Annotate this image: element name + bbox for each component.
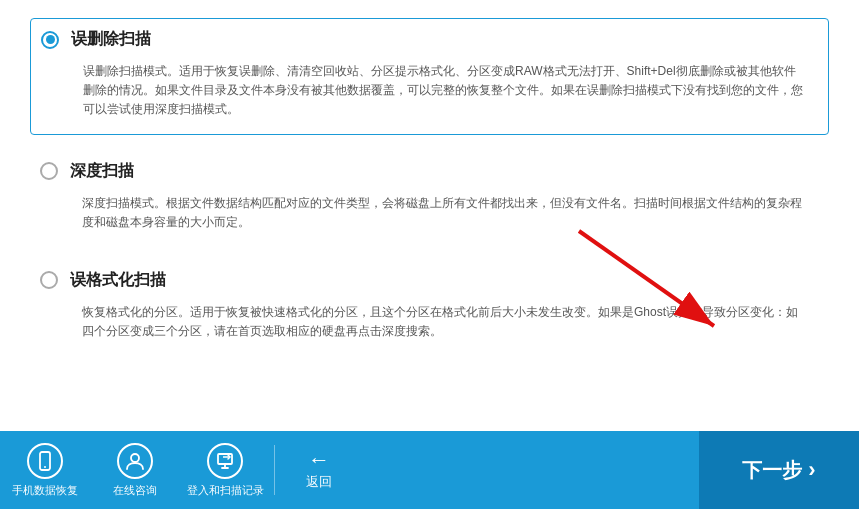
svg-rect-5	[218, 454, 232, 464]
radio-misdelete[interactable]	[41, 31, 59, 49]
consult-icon	[117, 443, 153, 479]
option-misdelete-header[interactable]: 误删除扫描	[41, 29, 818, 50]
option-misformat[interactable]: 误格式化扫描 恢复格式化的分区。适用于恢复被快速格式化的分区，且这个分区在格式化…	[30, 262, 829, 353]
mobile-icon	[27, 443, 63, 479]
bottom-bar: 手机数据恢复 在线咨询 登入和扫描记录	[0, 431, 859, 509]
option-misdelete-title: 误删除扫描	[71, 29, 151, 50]
radio-deep[interactable]	[40, 162, 58, 180]
option-deep-desc: 深度扫描模式。根据文件数据结构匹配对应的文件类型，会将磁盘上所有文件都找出来，但…	[70, 188, 819, 240]
divider	[274, 445, 275, 495]
option-misdelete[interactable]: 误删除扫描 误删除扫描模式。适用于恢复误删除、清清空回收站、分区提示格式化、分区…	[30, 18, 829, 135]
radio-misformat[interactable]	[40, 271, 58, 289]
next-button[interactable]: 下一步 ›	[699, 431, 859, 509]
option-misdelete-desc: 误删除扫描模式。适用于恢复误删除、清清空回收站、分区提示格式化、分区变成RAW格…	[71, 56, 818, 128]
next-chevron-icon: ›	[808, 457, 815, 483]
svg-point-4	[131, 454, 139, 462]
bottom-consult[interactable]: 在线咨询	[90, 431, 180, 509]
option-misformat-desc: 恢复格式化的分区。适用于恢复被快速格式化的分区，且这个分区在格式化前后大小未发生…	[70, 297, 819, 349]
option-deep-title: 深度扫描	[70, 161, 134, 182]
option-deep-header[interactable]: 深度扫描	[40, 161, 819, 182]
main-content: 误删除扫描 误删除扫描模式。适用于恢复误删除、清清空回收站、分区提示格式化、分区…	[0, 0, 859, 431]
back-arrow-icon: ←	[308, 449, 330, 471]
back-label: 返回	[306, 473, 332, 491]
next-label: 下一步	[742, 457, 802, 484]
consult-label: 在线咨询	[113, 483, 157, 498]
svg-point-3	[44, 466, 46, 468]
mobile-label: 手机数据恢复	[12, 483, 78, 498]
login-label: 登入和扫描记录	[187, 483, 264, 498]
bottom-mobile[interactable]: 手机数据恢复	[0, 431, 90, 509]
option-misformat-title: 误格式化扫描	[70, 270, 166, 291]
bottom-login[interactable]: 登入和扫描记录	[180, 431, 270, 509]
login-icon	[207, 443, 243, 479]
option-misformat-header[interactable]: 误格式化扫描	[40, 270, 819, 291]
back-button[interactable]: ← 返回	[279, 431, 359, 509]
option-deep[interactable]: 深度扫描 深度扫描模式。根据文件数据结构匹配对应的文件类型，会将磁盘上所有文件都…	[30, 153, 829, 244]
bottom-icons: 手机数据恢复 在线咨询 登入和扫描记录	[0, 431, 359, 509]
